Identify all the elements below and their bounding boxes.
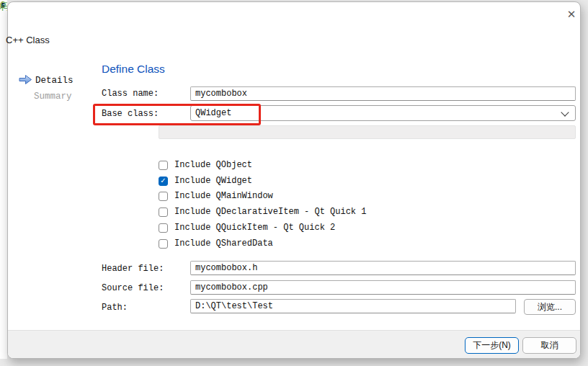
- base-class-combobox[interactable]: QWidget: [190, 105, 576, 121]
- checkbox-icon[interactable]: ✓: [159, 192, 168, 201]
- close-icon: ✕: [567, 8, 576, 20]
- checkbox-row-include-qdeclarativeitem[interactable]: ✓ Include QDeclarativeItem - Qt Quick 1: [159, 206, 366, 218]
- chevron-down-icon: [561, 108, 569, 116]
- checkbox-row-include-qmainwindow[interactable]: ✓ Include QMainWindow: [159, 190, 273, 202]
- wizard-title: C++ Class: [6, 35, 50, 45]
- base-class-info-disabled-field: [159, 125, 576, 139]
- base-class-label: Base class:: [102, 109, 159, 119]
- class-name-label: Class name:: [102, 89, 159, 99]
- dialog-footer: 下一步(N) 取消: [8, 330, 580, 358]
- checkbox-icon[interactable]: ✓: [159, 239, 168, 249]
- checkbox-row-include-qobject[interactable]: ✓ Include QObject: [159, 159, 252, 171]
- checkbox-icon[interactable]: ✓: [159, 177, 168, 186]
- checkbox-label: Include QDeclarativeItem - Qt Quick 1: [174, 207, 366, 217]
- checkbox-row-include-qshareddata[interactable]: ✓ Include QSharedData: [159, 238, 273, 249]
- path-label: Path:: [102, 303, 128, 313]
- checkbox-label: Include QSharedData: [174, 238, 273, 249]
- checkbox-icon[interactable]: ✓: [159, 223, 168, 233]
- current-step-arrow-icon: [19, 74, 32, 85]
- source-file-input[interactable]: mycombobox.cpp: [190, 280, 576, 295]
- checkbox-label: Include QWidget: [174, 176, 252, 186]
- base-class-value: QWidget: [195, 108, 231, 118]
- checkbox-label: Include QMainWindow: [174, 191, 273, 201]
- next-button[interactable]: 下一步(N): [465, 337, 519, 354]
- cancel-button[interactable]: 取消: [522, 337, 576, 354]
- checkbox-label: Include QObject: [174, 160, 252, 170]
- source-file-label: Source file:: [102, 283, 164, 293]
- class-name-input[interactable]: mycombobox: [190, 86, 576, 101]
- step-item-details[interactable]: Details: [35, 76, 74, 86]
- close-button[interactable]: ✕: [563, 6, 580, 23]
- path-input[interactable]: D:\QT\test\Test: [190, 299, 516, 313]
- browse-button[interactable]: 浏览...: [524, 299, 576, 315]
- checkbox-label: Include QQuickItem - Qt Quick 2: [174, 223, 335, 233]
- checkbox-row-include-qwidget[interactable]: ✓ Include QWidget: [159, 175, 252, 187]
- background-editor-strip: 杩 s c : C: [0, 0, 7, 359]
- checkbox-row-include-qquickitem[interactable]: ✓ Include QQuickItem - Qt Quick 2: [159, 222, 335, 233]
- header-file-input[interactable]: mycombobox.h: [190, 261, 576, 275]
- checkbox-icon[interactable]: ✓: [159, 161, 168, 170]
- cpp-class-wizard-dialog: ✕ C++ Class Details Summary Define Class…: [7, 1, 581, 359]
- page-title: Define Class: [102, 63, 165, 76]
- step-item-summary[interactable]: Summary: [34, 92, 72, 102]
- header-file-label: Header file:: [102, 264, 164, 274]
- checkbox-icon[interactable]: ✓: [159, 207, 168, 217]
- editor-code-fragment: C: [0, 0, 6, 11]
